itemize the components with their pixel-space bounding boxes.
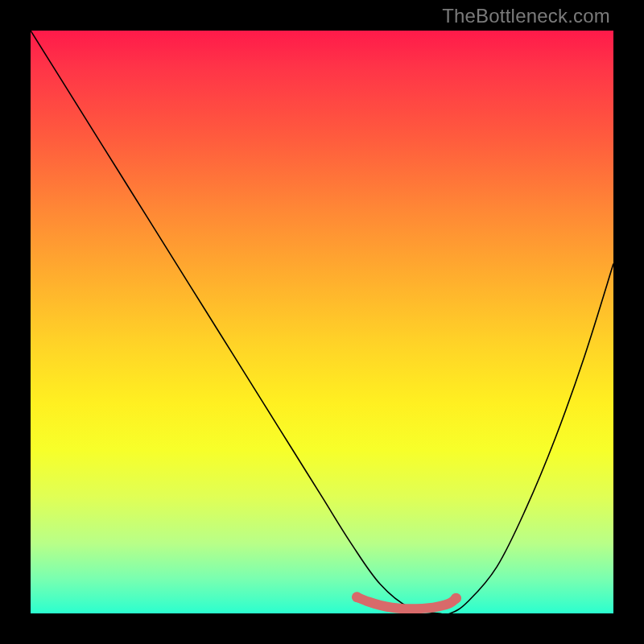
bottleneck-chart: TheBottleneck.com (0, 0, 644, 644)
svg-point-1 (451, 593, 461, 604)
optimal-zone-marker (352, 592, 461, 609)
watermark-text: TheBottleneck.com (442, 5, 610, 27)
curve-layer (31, 31, 613, 613)
svg-point-0 (352, 592, 362, 602)
bottleneck-curve (31, 31, 613, 613)
plot-area (0, 0, 644, 644)
